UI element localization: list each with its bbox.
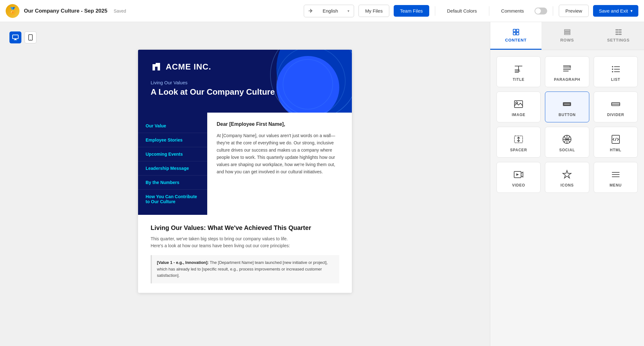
mobile-view-button[interactable] bbox=[25, 31, 36, 43]
comments-button[interactable]: Comments bbox=[495, 5, 530, 17]
topbar: 🏅 Our Company Culture - Sep 2025 Saved ✈… bbox=[0, 0, 644, 22]
svg-rect-10 bbox=[564, 30, 570, 31]
svg-point-31 bbox=[612, 69, 613, 70]
block-image-label: IMAGE bbox=[512, 113, 525, 117]
svg-point-33 bbox=[612, 71, 613, 72]
desktop-icon bbox=[12, 34, 19, 41]
email-tagline: Living Our Values bbox=[151, 80, 339, 85]
nav-item[interactable]: How You Can Contribute to Our Culture bbox=[138, 190, 207, 209]
language-label: English bbox=[323, 8, 338, 14]
image-block-icon bbox=[513, 99, 524, 109]
mobile-icon bbox=[28, 34, 33, 41]
block-title-label: TITLE bbox=[513, 77, 525, 82]
email-headline: A Look at Our Company Culture bbox=[151, 87, 339, 97]
saveexit-button[interactable]: Save and Exit ▾ bbox=[593, 5, 638, 17]
svg-marker-51 bbox=[563, 170, 571, 178]
spacer-block-icon bbox=[513, 134, 524, 145]
svg-rect-14 bbox=[619, 30, 621, 30]
svg-rect-12 bbox=[564, 33, 570, 35]
svg-rect-11 bbox=[564, 31, 570, 33]
nav-item[interactable]: Our Value bbox=[138, 119, 207, 133]
tab-rows[interactable]: ROWS bbox=[541, 22, 593, 50]
divider-block-icon bbox=[610, 99, 621, 109]
svg-line-48 bbox=[615, 138, 616, 141]
content-blocks-grid: TITLE ¶ PARAGRAPH bbox=[490, 50, 644, 199]
block-html[interactable]: HTML bbox=[594, 127, 638, 158]
menu-block-icon bbox=[610, 169, 621, 180]
document-title: Our Company Culture - Sep 2025 bbox=[24, 8, 107, 14]
svg-rect-8 bbox=[513, 32, 516, 35]
block-video-label: VIDEO bbox=[512, 183, 525, 187]
block-list-label: LIST bbox=[611, 77, 620, 82]
nav-item[interactable]: Leadership Message bbox=[138, 161, 207, 176]
block-divider-label: DIVIDER bbox=[607, 113, 624, 117]
block-video[interactable]: VIDEO bbox=[497, 162, 541, 193]
svg-point-29 bbox=[612, 66, 613, 67]
block-spacer[interactable]: SPACER bbox=[497, 127, 541, 158]
video-block-icon bbox=[513, 169, 524, 180]
section-intro: This quarter, we've taken big steps to b… bbox=[151, 235, 339, 249]
block-divider[interactable]: DIVIDER bbox=[594, 92, 638, 122]
tab-content[interactable]: CONTENT bbox=[490, 22, 541, 50]
globe-icon: ✈ bbox=[308, 8, 313, 14]
nav-item[interactable]: By the Numbers bbox=[138, 176, 207, 190]
html-block-icon bbox=[610, 134, 621, 145]
svg-rect-16 bbox=[619, 32, 621, 32]
svg-point-4 bbox=[30, 39, 31, 40]
block-icons-label: ICONS bbox=[560, 183, 574, 187]
svg-text:¶: ¶ bbox=[569, 65, 571, 69]
svg-marker-50 bbox=[516, 173, 519, 176]
myfiles-button[interactable]: My Files bbox=[358, 5, 389, 17]
canvas-panel: ACME INC. Living Our Values A Look at Ou… bbox=[0, 22, 490, 346]
acme-logo-icon bbox=[151, 61, 162, 72]
section-title: Living Our Values: What We've Achieved T… bbox=[151, 224, 339, 232]
tab-settings[interactable]: SETTINGS bbox=[593, 22, 644, 50]
email-header: ACME INC. Living Our Values A Look at Ou… bbox=[138, 50, 352, 113]
title-block-icon bbox=[513, 64, 524, 74]
desktop-view-button[interactable] bbox=[9, 31, 21, 43]
divider bbox=[553, 6, 553, 16]
preview-button[interactable]: Preview bbox=[559, 5, 589, 17]
nav-item[interactable]: Upcoming Events bbox=[138, 147, 207, 161]
svg-rect-2 bbox=[14, 40, 17, 40]
chevron-down-icon: ▾ bbox=[347, 9, 349, 13]
social-block-icon bbox=[562, 134, 572, 145]
block-spacer-label: SPACER bbox=[510, 148, 527, 152]
svg-rect-9 bbox=[516, 32, 519, 35]
divider bbox=[489, 6, 489, 16]
block-menu[interactable]: MENU bbox=[594, 162, 638, 193]
svg-rect-15 bbox=[616, 32, 618, 32]
divider bbox=[435, 6, 435, 16]
comments-toggle[interactable] bbox=[535, 8, 547, 14]
email-body: Dear [Employee First Name], At [Company … bbox=[207, 113, 352, 215]
paragraph-block-icon: ¶ bbox=[562, 64, 572, 74]
email-nav: Our ValueEmployee StoriesUpcoming Events… bbox=[138, 113, 207, 215]
svg-point-46 bbox=[566, 138, 568, 140]
svg-rect-18 bbox=[619, 34, 621, 35]
main-layout: ACME INC. Living Our Values A Look at Ou… bbox=[0, 22, 644, 346]
button-block-icon bbox=[562, 99, 572, 109]
comments-toggle-wrap bbox=[535, 8, 547, 14]
block-social[interactable]: SOCIAL bbox=[545, 127, 589, 158]
svg-rect-13 bbox=[616, 30, 618, 30]
block-icons[interactable]: ICONS bbox=[545, 162, 589, 193]
block-image[interactable]: IMAGE bbox=[497, 92, 541, 122]
settings-tab-icon bbox=[615, 28, 622, 36]
teamfiles-button[interactable]: Team Files bbox=[394, 5, 429, 17]
svg-rect-17 bbox=[616, 34, 618, 35]
value-box: [Value 1 - e.g., Innovation]: The [Depar… bbox=[151, 255, 339, 283]
block-paragraph[interactable]: ¶ PARAGRAPH bbox=[545, 56, 589, 87]
device-toggle bbox=[9, 31, 36, 43]
defaultcolors-button[interactable]: Default Colors bbox=[441, 5, 483, 17]
saved-status: Saved bbox=[114, 8, 126, 14]
block-title[interactable]: TITLE bbox=[497, 56, 541, 87]
block-button[interactable]: BUTTON bbox=[545, 92, 589, 122]
block-list[interactable]: LIST bbox=[594, 56, 638, 87]
nav-item[interactable]: Employee Stories bbox=[138, 133, 207, 147]
language-selector[interactable]: ✈ English ▾ bbox=[304, 5, 354, 17]
icons-block-icon bbox=[562, 169, 572, 180]
email-content-row: Our ValueEmployee StoriesUpcoming Events… bbox=[138, 113, 352, 215]
block-menu-label: MENU bbox=[610, 183, 622, 187]
block-social-label: SOCIAL bbox=[559, 148, 575, 152]
email-preview: ACME INC. Living Our Values A Look at Ou… bbox=[138, 50, 352, 293]
